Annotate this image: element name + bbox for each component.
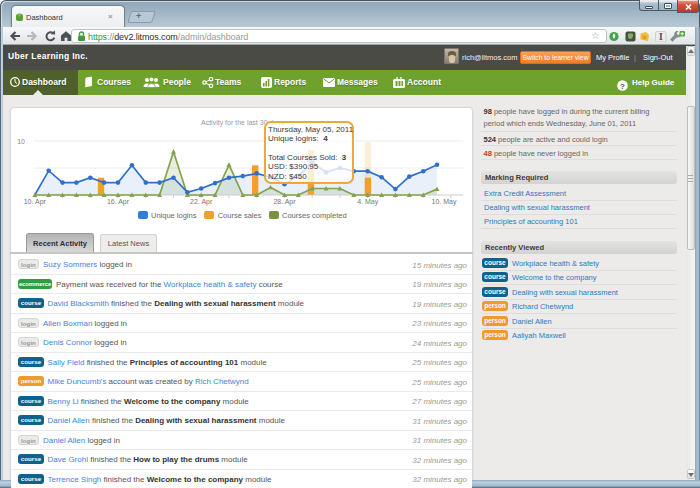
svg-text:?: ? — [620, 81, 625, 90]
svg-text:10: 10 — [17, 138, 25, 145]
svg-text:10. Apr: 10. Apr — [24, 198, 47, 206]
svg-text:16. Apr: 16. Apr — [107, 198, 130, 206]
svg-text:22. Apr: 22. Apr — [190, 198, 213, 206]
svg-text:10. May: 10. May — [432, 198, 457, 206]
svg-text:I: I — [659, 31, 663, 41]
svg-text:4. May: 4. May — [357, 198, 379, 206]
svg-text:28. Apr: 28. Apr — [273, 198, 296, 206]
